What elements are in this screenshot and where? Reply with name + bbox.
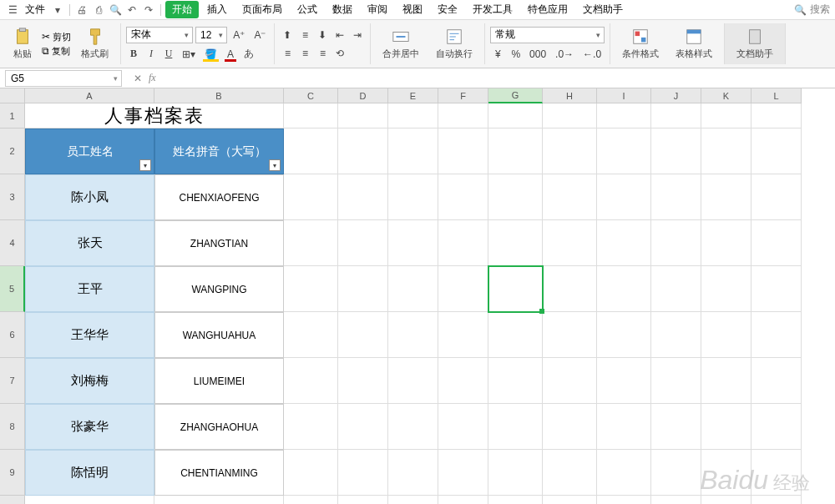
cell[interactable] bbox=[388, 266, 438, 312]
align-top-icon[interactable]: ⬆ bbox=[280, 28, 295, 43]
cell[interactable] bbox=[438, 496, 488, 504]
row-header[interactable]: 2 bbox=[0, 129, 25, 174]
cell[interactable] bbox=[338, 358, 388, 404]
tab-formula[interactable]: 公式 bbox=[291, 1, 324, 18]
cell[interactable] bbox=[338, 103, 388, 129]
cell[interactable] bbox=[438, 129, 488, 174]
row-header[interactable]: 6 bbox=[0, 312, 25, 358]
cell[interactable] bbox=[438, 358, 488, 404]
tab-special[interactable]: 特色应用 bbox=[521, 1, 574, 18]
preview-icon[interactable]: 🔍 bbox=[108, 3, 123, 18]
cell[interactable] bbox=[388, 103, 438, 129]
cell[interactable] bbox=[338, 496, 388, 504]
percent-icon[interactable]: % bbox=[508, 47, 524, 62]
cell[interactable] bbox=[543, 266, 597, 312]
tab-dochelp[interactable]: 文档助手 bbox=[576, 1, 630, 18]
row-header[interactable]: 5 bbox=[0, 266, 25, 312]
indent-left-icon[interactable]: ⇤ bbox=[332, 28, 347, 43]
cell[interactable] bbox=[752, 312, 802, 358]
cell[interactable]: LIUMEIMEI bbox=[154, 358, 284, 404]
cell[interactable] bbox=[284, 450, 338, 496]
cancel-icon[interactable]: ✕ bbox=[134, 73, 142, 84]
cell[interactable] bbox=[597, 450, 651, 496]
decimal-inc-icon[interactable]: .0→ bbox=[552, 47, 577, 62]
cell[interactable] bbox=[438, 404, 488, 450]
tab-data[interactable]: 数据 bbox=[326, 1, 359, 18]
cell[interactable] bbox=[338, 174, 388, 220]
chevron-down-icon[interactable]: ▾ bbox=[50, 3, 65, 18]
row-header[interactable]: 4 bbox=[0, 220, 25, 266]
cell[interactable] bbox=[543, 450, 597, 496]
cell[interactable] bbox=[388, 358, 438, 404]
row-header[interactable]: 1 bbox=[0, 103, 25, 129]
fill-color-button[interactable]: 🪣 bbox=[201, 47, 220, 62]
cell[interactable] bbox=[543, 129, 597, 174]
cell[interactable] bbox=[284, 129, 338, 174]
cell[interactable]: ZHANGHAOHUA bbox=[154, 404, 284, 450]
cell[interactable] bbox=[543, 220, 597, 266]
cell[interactable] bbox=[338, 266, 388, 312]
decrease-font-icon[interactable]: A⁻ bbox=[250, 28, 269, 43]
border-button[interactable]: ⊞▾ bbox=[179, 47, 199, 62]
cell[interactable] bbox=[651, 174, 701, 220]
bold-button[interactable]: B bbox=[126, 47, 141, 62]
cell[interactable] bbox=[438, 450, 488, 496]
cell[interactable] bbox=[543, 312, 597, 358]
cell[interactable] bbox=[284, 103, 338, 129]
cell[interactable] bbox=[701, 266, 752, 312]
tab-devtools[interactable]: 开发工具 bbox=[466, 1, 519, 18]
cell[interactable] bbox=[388, 312, 438, 358]
merge-button[interactable]: 合并居中 bbox=[376, 26, 426, 62]
cell[interactable] bbox=[488, 450, 543, 496]
cell[interactable] bbox=[701, 220, 752, 266]
cell[interactable] bbox=[388, 496, 438, 504]
cell[interactable] bbox=[651, 312, 701, 358]
cell[interactable] bbox=[338, 404, 388, 450]
cell[interactable] bbox=[488, 174, 543, 220]
cell[interactable] bbox=[284, 404, 338, 450]
redo-icon[interactable]: ↷ bbox=[141, 3, 156, 18]
cell[interactable] bbox=[154, 496, 284, 504]
cell[interactable] bbox=[488, 496, 543, 504]
cell[interactable] bbox=[701, 404, 752, 450]
align-left-icon[interactable]: ≡ bbox=[280, 46, 295, 61]
cell[interactable]: ZHANGTIAN bbox=[154, 220, 284, 266]
tab-insert[interactable]: 插入 bbox=[200, 1, 234, 18]
cell[interactable] bbox=[488, 129, 543, 174]
cell[interactable] bbox=[438, 174, 488, 220]
row-header[interactable]: 3 bbox=[0, 174, 25, 220]
format-painter-button[interactable]: 格式刷 bbox=[74, 26, 115, 62]
cell[interactable] bbox=[597, 103, 651, 129]
wrap-text-button[interactable]: 自动换行 bbox=[429, 26, 479, 62]
cell[interactable] bbox=[388, 450, 438, 496]
comma-icon[interactable]: 000 bbox=[526, 47, 549, 62]
col-header-D[interactable]: D bbox=[338, 88, 388, 103]
cell[interactable] bbox=[543, 103, 597, 129]
orientation-icon[interactable]: ⟲ bbox=[332, 46, 347, 61]
tab-start[interactable]: 开始 bbox=[165, 1, 199, 18]
cell[interactable] bbox=[651, 103, 701, 129]
cell[interactable] bbox=[752, 174, 802, 220]
col-header-G[interactable]: G bbox=[488, 88, 543, 103]
cell-style-button[interactable]: 表格样式 bbox=[669, 26, 719, 62]
cell[interactable] bbox=[597, 358, 651, 404]
cell[interactable] bbox=[597, 404, 651, 450]
decimal-dec-icon[interactable]: ←.0 bbox=[579, 47, 605, 62]
filter-icon[interactable]: ▾ bbox=[139, 159, 151, 171]
phonetic-button[interactable]: あ bbox=[240, 47, 257, 62]
cell[interactable] bbox=[284, 312, 338, 358]
currency-icon[interactable]: ¥ bbox=[490, 47, 505, 62]
cell[interactable]: 陈恬明 bbox=[25, 450, 154, 496]
cell[interactable]: 人事档案表 bbox=[25, 103, 284, 129]
increase-font-icon[interactable]: A⁺ bbox=[230, 28, 248, 43]
cell[interactable] bbox=[651, 358, 701, 404]
col-header-C[interactable]: C bbox=[284, 88, 338, 103]
cell[interactable]: CHENTIANMING bbox=[154, 450, 284, 496]
undo-icon[interactable]: ↶ bbox=[124, 3, 139, 18]
cell[interactable]: WANGPING bbox=[154, 266, 284, 312]
cell[interactable] bbox=[438, 266, 488, 312]
cell[interactable] bbox=[284, 358, 338, 404]
print-icon[interactable]: ⎙ bbox=[91, 3, 106, 18]
col-header-L[interactable]: L bbox=[752, 88, 802, 103]
col-header-J[interactable]: J bbox=[651, 88, 701, 103]
